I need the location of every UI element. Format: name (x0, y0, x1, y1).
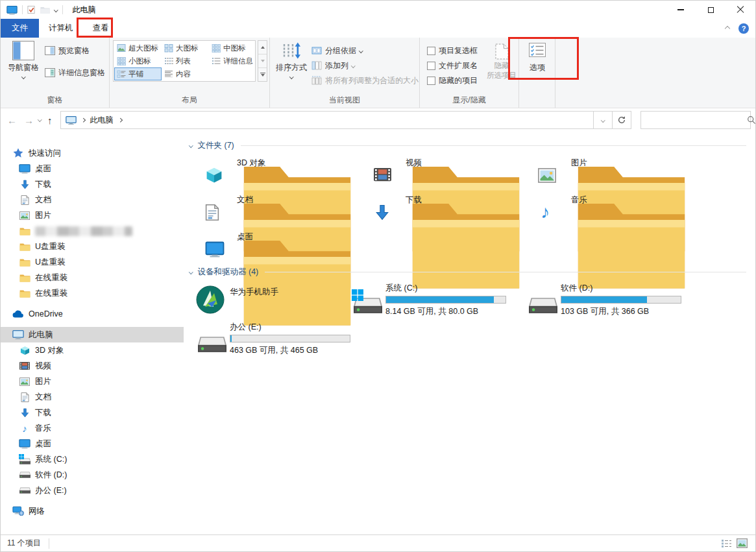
folder-tile-documents[interactable]: 文档 (200, 193, 362, 223)
expand-bar-icon (260, 73, 265, 73)
file-extensions-checkbox[interactable]: 文件扩展名 (427, 58, 478, 73)
tab-computer[interactable]: 计算机 (39, 19, 83, 38)
refresh-icon (617, 115, 626, 125)
large-icons-view-toggle-icon[interactable] (737, 538, 748, 548)
sidebar-item-software-d[interactable]: 软件 (D:) (1, 467, 184, 483)
add-columns-button[interactable]: 添加列 (311, 58, 355, 73)
sidebar-item-pictures-pinned[interactable]: 图片 (1, 208, 184, 223)
folder-tile-music[interactable]: ♪ 音乐 (534, 193, 696, 223)
maximize-button[interactable] (696, 1, 726, 19)
sidebar-item-downloads-pinned[interactable]: 下载 (1, 176, 184, 192)
sidebar-item-usb-reinstall-2[interactable]: U盘重装 (1, 254, 184, 270)
sidebar-item-usb-reinstall-1[interactable]: U盘重装 (1, 239, 184, 254)
item-check-boxes-checkbox[interactable]: 项目复选框 (427, 43, 478, 58)
drive-icon (19, 470, 30, 480)
sidebar-item-redacted-pinned[interactable] (1, 223, 184, 239)
sort-by-button[interactable]: 排序方式 (273, 41, 310, 78)
sidebar-item-desktop-pinned[interactable]: 桌面 (1, 161, 184, 176)
sidebar-item-office-e[interactable]: 办公 (E:) (1, 483, 184, 498)
new-folder-icon[interactable] (40, 6, 50, 14)
layout-list[interactable]: 列表 (162, 54, 209, 67)
checkbox-icon (427, 62, 435, 70)
address-dropdown-button[interactable] (593, 112, 612, 128)
sidebar-item-onedrive[interactable]: OneDrive (1, 306, 184, 322)
sidebar-item-pictures[interactable]: 图片 (1, 374, 184, 389)
properties-check-icon[interactable] (27, 5, 36, 14)
folder-tile-pictures[interactable]: 图片 (534, 156, 696, 186)
details-pane-button[interactable]: 详细信息窗格 (45, 66, 105, 80)
navigation-pane-button[interactable]: 导航窗格 (5, 41, 42, 78)
forward-button[interactable]: → (24, 108, 34, 132)
breadcrumb-location[interactable]: 此电脑 (90, 115, 114, 126)
layout-tiles[interactable]: 平铺 (114, 67, 162, 80)
sidebar-item-system-c[interactable]: 系统 (C:) (1, 451, 184, 467)
sidebar-item-network[interactable]: 网络 (1, 503, 184, 519)
sidebar-item-documents[interactable]: 文档 (1, 389, 184, 405)
up-button[interactable]: ↑ (47, 108, 53, 132)
document-icon (19, 392, 30, 402)
chevron-right-icon[interactable] (118, 118, 122, 122)
sidebar-item-3d-objects[interactable]: 3D 对象 (1, 342, 184, 358)
sidebar-item-downloads[interactable]: 下载 (1, 405, 184, 420)
device-tile-software-d[interactable]: 软件 (D:) 103 GB 可用, 共 366 GB (527, 283, 681, 318)
search-icon[interactable] (747, 115, 756, 125)
download-icon (19, 407, 30, 418)
folder-tile-3d-objects[interactable]: 3D 对象 (200, 156, 362, 186)
collapse-ribbon-icon[interactable] (725, 25, 730, 30)
back-button[interactable]: ← (7, 108, 17, 132)
gallery-scroll-down-button[interactable] (258, 54, 267, 68)
customize-toolbar-dropdown-icon[interactable] (54, 8, 58, 12)
hidden-items-checkbox[interactable]: 隐藏的项目 (427, 73, 478, 88)
hide-selected-items-button[interactable]: 隐藏所选项目 (486, 41, 517, 91)
separator (22, 5, 23, 14)
folder-icon (19, 272, 30, 283)
sidebar-item-quick-access[interactable]: 快速访问 (1, 145, 184, 161)
folder-tile-downloads[interactable]: 下载 (369, 193, 531, 223)
sidebar-item-desktop[interactable]: 桌面 (1, 436, 184, 451)
preview-pane-button[interactable]: 预览窗格 (45, 43, 90, 58)
refresh-button[interactable] (612, 112, 631, 128)
folders-group-header[interactable]: 文件夹 (7) (189, 140, 746, 151)
device-tile-system-c[interactable]: 系统 (C:) 8.14 GB 可用, 共 80.0 GB (352, 283, 506, 318)
folder-tile-videos[interactable]: 视频 (369, 156, 531, 186)
device-tile-office-e[interactable]: 办公 (E:) 463 GB 可用, 共 465 GB (196, 322, 350, 357)
sidebar-item-this-pc[interactable]: 此电脑 (1, 327, 184, 342)
collapse-group-icon[interactable] (189, 270, 193, 274)
address-bar[interactable]: 此电脑 (60, 111, 631, 129)
recent-locations-dropdown-icon[interactable] (38, 117, 42, 121)
help-icon[interactable]: ? (738, 23, 749, 34)
details-view-toggle-icon[interactable] (721, 538, 732, 548)
close-button[interactable] (726, 1, 755, 19)
devices-group-header[interactable]: 设备和驱动器 (4) (189, 267, 746, 278)
layout-small-icons[interactable]: 小图标 (114, 54, 162, 67)
folder-tile-desktop[interactable]: 桌面 (200, 230, 362, 260)
layout-large-icons[interactable]: 大图标 (162, 42, 209, 54)
group-by-button[interactable]: 分组依据 (311, 43, 363, 58)
collapse-group-icon[interactable] (189, 143, 193, 147)
search-input[interactable] (641, 112, 747, 128)
options-button[interactable]: 选项 (522, 43, 553, 73)
sidebar-item-videos[interactable]: 视频 (1, 358, 184, 374)
sidebar-item-online-reinstall-1[interactable]: 在线重装 (1, 270, 184, 285)
minimize-button[interactable] (666, 1, 696, 19)
layout-content[interactable]: 内容 (162, 67, 209, 80)
music-note-icon: ♪ (19, 423, 30, 433)
sidebar-item-music[interactable]: ♪音乐 (1, 420, 184, 436)
sidebar-item-documents-pinned[interactable]: 文档 (1, 192, 184, 208)
layout-medium-icons[interactable]: 中图标 (209, 42, 256, 54)
layout-details[interactable]: 详细信息 (209, 54, 256, 67)
tab-file[interactable]: 文件 (1, 19, 39, 38)
folder-icon (19, 241, 30, 252)
chevron-down-icon (351, 64, 355, 67)
gallery-expand-button[interactable] (258, 68, 267, 81)
tab-view[interactable]: 查看 (83, 19, 119, 38)
gallery-scroll-up-button[interactable] (258, 41, 267, 54)
chevron-down-icon (289, 75, 293, 78)
device-tile-huawei-assistant[interactable]: 华为手机助手 (196, 283, 278, 318)
chevron-right-icon[interactable] (81, 118, 85, 122)
size-all-columns-button[interactable]: 将所有列调整为合适的大小 (311, 73, 419, 88)
folder-pictures-icon (534, 156, 565, 184)
layout-extra-large-icons[interactable]: 超大图标 (114, 42, 162, 54)
folder-downloads-icon (369, 193, 399, 221)
sidebar-item-online-reinstall-2[interactable]: 在线重装 (1, 285, 184, 301)
